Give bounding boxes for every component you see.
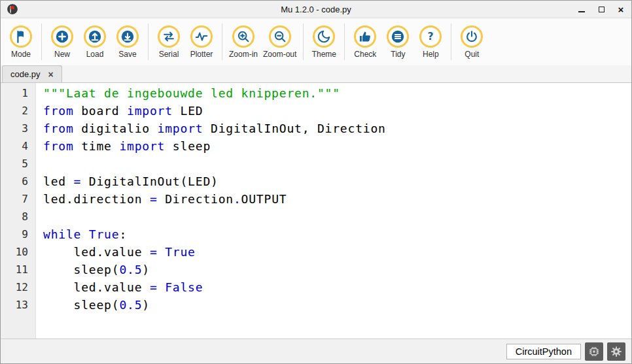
plotter-icon: [190, 25, 213, 48]
toolbar-separator: [148, 24, 149, 60]
code-line[interactable]: from board import LED: [43, 102, 631, 120]
code-line[interactable]: [43, 155, 631, 173]
code-line[interactable]: led = DigitalInOut(LED): [43, 173, 631, 190]
toolbar-button-label: Help: [423, 50, 439, 59]
help-icon: ?: [419, 25, 442, 48]
toolbar-button-zoom-out[interactable]: Zoom-out: [262, 25, 298, 59]
toolbar-button-tidy[interactable]: Tidy: [383, 25, 413, 59]
svg-text:?: ?: [428, 31, 434, 42]
code-token: """Laat de ingebouwde led knipperen.""": [43, 86, 340, 100]
theme-icon: [313, 25, 335, 48]
toolbar-button-quit[interactable]: Quit: [457, 25, 487, 59]
toolbar-separator: [344, 24, 345, 60]
toolbar-button-label: Save: [118, 50, 136, 59]
code-token: [158, 280, 166, 294]
code-line[interactable]: from time import sleep: [43, 137, 631, 155]
toolbar-group: Theme: [309, 25, 339, 59]
maximize-icon[interactable]: [597, 5, 606, 14]
toolbar-button-plotter[interactable]: Plotter: [186, 25, 217, 59]
toolbar-button-theme[interactable]: Theme: [309, 25, 339, 59]
zoom-in-icon: [232, 25, 255, 48]
code-token: import: [127, 104, 173, 118]
toolbar-button-load[interactable]: Load: [80, 25, 110, 59]
toolbar-separator: [303, 24, 304, 60]
code-token: from: [43, 104, 74, 118]
toolbar-button-save[interactable]: Save: [113, 25, 143, 59]
code-token: True: [89, 227, 120, 241]
toolbar-group: NewLoadSave: [47, 25, 143, 59]
line-number: 6: [1, 173, 35, 190]
code-line[interactable]: led.value = True: [43, 243, 631, 261]
code-line[interactable]: from digitalio import DigitalInOut, Dire…: [43, 120, 631, 137]
code-token: led: [43, 174, 74, 188]
code-editor: 12345678910111213 """Laat de ingebouwde …: [1, 83, 631, 339]
code-line[interactable]: [43, 208, 631, 225]
toolbar-button-check[interactable]: Check: [350, 25, 380, 59]
code-token: time: [74, 139, 120, 153]
code-token: =: [150, 245, 158, 259]
code-token: sleep(: [43, 298, 119, 312]
toolbar-button-mode[interactable]: Mode: [6, 25, 36, 59]
toolbar-button-serial[interactable]: Serial: [154, 25, 184, 59]
line-number: 13: [1, 296, 35, 314]
toolbar-button-label: Check: [354, 50, 376, 59]
code-token: led.value: [43, 245, 150, 259]
code-line[interactable]: led.direction = Direction.OUTPUT: [43, 190, 631, 208]
line-number: 7: [1, 190, 35, 208]
line-number: 9: [1, 225, 35, 243]
code-area[interactable]: """Laat de ingebouwde led knipperen."""f…: [36, 83, 631, 339]
toolbar-separator: [451, 24, 451, 60]
code-token: while: [43, 227, 81, 241]
check-icon: [354, 25, 376, 48]
toolbar: ModeNewLoadSaveSerialPlotterZoom-inZoom-…: [1, 18, 631, 65]
window-title: Mu 1.2.0 - code.py: [1, 5, 631, 14]
tab-code-py[interactable]: code.py ×: [2, 65, 62, 82]
code-line[interactable]: sleep(0.5): [43, 261, 631, 278]
mode-indicator[interactable]: CircuitPython: [506, 344, 581, 359]
settings-button[interactable]: [607, 342, 625, 361]
minimize-icon[interactable]: [577, 5, 586, 14]
line-number: 12: [1, 278, 35, 296]
code-token: .: [234, 192, 241, 206]
code-token: from: [43, 122, 74, 135]
code-token: [81, 227, 89, 241]
code-token: LED: [173, 104, 203, 118]
code-line[interactable]: while True:: [43, 225, 631, 243]
code-token: import: [119, 139, 165, 153]
window-controls: ×: [577, 5, 625, 14]
code-token: DigitalInOut, Direction: [203, 122, 385, 135]
toolbar-group: Zoom-inZoom-out: [228, 25, 298, 59]
code-token: 0.5: [119, 263, 142, 276]
code-token: False: [165, 280, 203, 294]
toolbar-button-label: New: [54, 50, 70, 59]
tidy-icon: [387, 25, 409, 48]
code-token: board: [74, 104, 127, 118]
code-token: :: [119, 227, 127, 241]
toolbar-button-help[interactable]: ?Help: [415, 25, 446, 59]
code-token: True: [165, 245, 196, 259]
save-icon: [116, 25, 139, 48]
tab-close-icon[interactable]: ×: [48, 70, 54, 79]
device-button[interactable]: [585, 342, 603, 361]
toolbar-button-new[interactable]: New: [47, 25, 77, 59]
code-token: =: [150, 280, 158, 294]
code-token: ): [142, 298, 150, 312]
toolbar-group: Mode: [6, 25, 36, 59]
code-token: Direction: [158, 192, 234, 206]
toolbar-button-zoom-in[interactable]: Zoom-in: [228, 25, 259, 59]
tab-label: code.py: [10, 69, 41, 79]
code-line[interactable]: led.value = False: [43, 278, 631, 296]
code-line[interactable]: """Laat de ingebouwde led knipperen.""": [43, 84, 631, 102]
code-token: sleep: [165, 139, 211, 153]
code-line[interactable]: sleep(0.5): [43, 296, 631, 314]
mode-icon: [10, 25, 32, 48]
load-icon: [84, 25, 106, 48]
gear-icon: [610, 345, 623, 358]
microchip-icon: [588, 345, 601, 358]
toolbar-group: CheckTidy?Help: [350, 25, 446, 59]
tab-bar: code.py ×: [1, 65, 631, 83]
close-icon[interactable]: ×: [616, 5, 625, 14]
code-token: from: [43, 139, 74, 153]
code-token: [158, 245, 166, 259]
toolbar-button-label: Plotter: [190, 50, 213, 59]
